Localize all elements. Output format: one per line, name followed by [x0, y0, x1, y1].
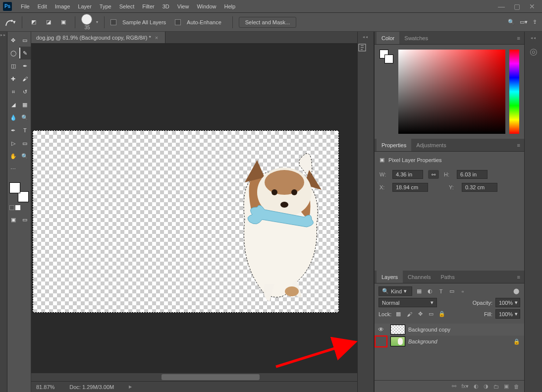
opacity-input[interactable]: 100%▾	[495, 298, 520, 307]
menu-layer[interactable]: Layer	[74, 0, 96, 12]
history-collapsed-icon[interactable]	[358, 43, 374, 52]
lock-pos-icon[interactable]: ✥	[416, 311, 424, 318]
subtract-selection-icon[interactable]: ◪	[43, 17, 54, 28]
new-layer-icon[interactable]: ▣	[504, 383, 509, 390]
layers-tab[interactable]: Layers	[377, 271, 403, 283]
search-icon[interactable]: 🔍	[508, 19, 515, 25]
menu-select[interactable]: Select	[115, 0, 139, 12]
color-panel-menu-icon[interactable]: ≡	[513, 35, 524, 41]
intersect-selection-icon[interactable]: ▣	[58, 17, 69, 28]
layers-panel-menu-icon[interactable]: ≡	[513, 274, 524, 280]
lasso-tool[interactable]: ◯	[7, 47, 19, 59]
brush-preview[interactable]	[81, 14, 92, 25]
menu-view[interactable]: View	[173, 0, 193, 12]
healing-tool[interactable]: ✚	[7, 72, 19, 85]
eraser-tool[interactable]: ◢	[7, 98, 19, 111]
expand-left-icon[interactable]: ▸▸	[0, 33, 6, 37]
filter-pixel-icon[interactable]: ▦	[415, 288, 423, 295]
lock-paint-icon[interactable]: 🖌	[405, 311, 413, 318]
select-and-mask-button[interactable]: Select and Mask...	[239, 17, 297, 28]
minimize-button[interactable]: —	[498, 2, 505, 10]
menu-window[interactable]: Window	[193, 0, 220, 12]
fill-input[interactable]: 100%▾	[495, 309, 520, 319]
auto-enhance-checkbox[interactable]	[175, 19, 181, 25]
properties-panel-menu-icon[interactable]: ≡	[513, 142, 524, 148]
move-tool[interactable]: ✥	[7, 34, 19, 47]
edit-toolbar[interactable]: ⋯	[7, 163, 19, 175]
color-field[interactable]	[398, 50, 505, 134]
link-layers-icon[interactable]: ⚯	[452, 383, 456, 390]
pen-tool[interactable]: ✒	[7, 124, 19, 137]
path-select-tool[interactable]: ▷	[7, 137, 19, 150]
menu-filter[interactable]: Filter	[138, 0, 158, 12]
blend-mode-select[interactable]: Normal▾	[379, 298, 437, 307]
menu-3d[interactable]: 3D	[159, 0, 173, 12]
menu-file[interactable]: File	[17, 0, 34, 12]
lock-trans-icon[interactable]: ▩	[394, 311, 402, 318]
hand-tool[interactable]: ✋	[7, 150, 19, 163]
layer-row[interactable]: 👁 Background copy	[375, 324, 524, 336]
sample-all-checkbox[interactable]	[110, 19, 116, 25]
default-colors-icon[interactable]	[9, 205, 14, 210]
delete-layer-icon[interactable]: 🗑	[514, 384, 519, 390]
layer-name[interactable]: Background copy	[408, 327, 520, 333]
mask-icon[interactable]: ◐	[474, 383, 479, 390]
shape-tool[interactable]: ▭	[19, 137, 31, 150]
hue-slider[interactable]	[509, 50, 519, 134]
color-swatches[interactable]	[9, 182, 29, 202]
brush-tool[interactable]: 🖌	[19, 72, 31, 85]
artboard-tool[interactable]: ▭	[19, 34, 31, 47]
y-input[interactable]	[462, 183, 497, 192]
cc-libraries-icon[interactable]: ◎	[525, 46, 542, 57]
quickmask-tool[interactable]: ▣	[7, 213, 19, 226]
link-wh-icon[interactable]: ⚯	[428, 170, 439, 179]
document-tab[interactable]: dog.jpg @ 81.9% (Background copy, RGB/8#…	[31, 32, 165, 43]
canvas[interactable]	[31, 44, 357, 373]
zoom-level[interactable]: 81.87%	[36, 384, 54, 390]
height-input[interactable]	[457, 170, 488, 179]
close-tab-icon[interactable]: ×	[155, 35, 158, 41]
filter-shape-icon[interactable]: ▭	[448, 288, 456, 295]
adjustments-tab[interactable]: Adjustments	[411, 139, 451, 151]
layer-name[interactable]: Background	[408, 338, 513, 344]
menu-help[interactable]: Help	[220, 0, 240, 12]
zoom-tool[interactable]: 🔍	[19, 150, 31, 163]
filter-smart-icon[interactable]: ▫	[459, 288, 467, 295]
channels-tab[interactable]: Channels	[403, 271, 435, 283]
menu-image[interactable]: Image	[51, 0, 74, 12]
menu-edit[interactable]: Edit	[34, 0, 51, 12]
screenmode-tool[interactable]: ▭	[19, 213, 31, 226]
current-tool-icon[interactable]: ▾	[5, 17, 16, 28]
horizontal-scrollbar[interactable]	[31, 373, 357, 381]
history-brush-tool[interactable]: ↺	[19, 85, 31, 98]
maximize-button[interactable]: ▢	[514, 2, 520, 10]
x-input[interactable]	[392, 183, 428, 192]
filter-type-icon[interactable]: T	[437, 288, 445, 295]
eyedropper-tool[interactable]: ✒	[19, 59, 31, 72]
filter-toggle-icon[interactable]: ⬤	[512, 288, 520, 295]
group-icon[interactable]: 🗀	[493, 384, 499, 390]
dodge-tool[interactable]: 🔍	[19, 111, 31, 124]
type-tool[interactable]: T	[19, 124, 31, 137]
properties-tab[interactable]: Properties	[377, 139, 411, 151]
clone-tool[interactable]: ⌗	[7, 85, 19, 98]
gradient-tool[interactable]: ▦	[19, 98, 31, 111]
fx-icon[interactable]: fx▾	[461, 383, 469, 390]
color-tab[interactable]: Color	[377, 32, 399, 44]
menu-type[interactable]: Type	[96, 0, 115, 12]
quick-selection-tool[interactable]: ✎	[19, 47, 31, 59]
crop-tool[interactable]: ◫	[7, 59, 19, 72]
collapse-right-icon[interactable]: ◂◂	[525, 36, 542, 40]
workspace-icon[interactable]: ▭▾	[520, 19, 528, 25]
swap-colors-icon[interactable]	[15, 205, 20, 210]
lock-all-icon[interactable]: 🔒	[438, 311, 446, 318]
close-button[interactable]: ✕	[529, 2, 535, 10]
add-selection-icon[interactable]: ◩	[28, 17, 39, 28]
color-swatch-mini[interactable]	[379, 50, 394, 67]
adjustment-icon[interactable]: ◑	[484, 383, 488, 390]
document-canvas[interactable]	[33, 130, 339, 313]
lock-artboard-icon[interactable]: ▭	[427, 311, 435, 318]
filter-kind-select[interactable]: 🔍Kind▾	[379, 286, 412, 296]
width-input[interactable]	[392, 170, 423, 179]
swatches-tab[interactable]: Swatches	[399, 32, 433, 44]
